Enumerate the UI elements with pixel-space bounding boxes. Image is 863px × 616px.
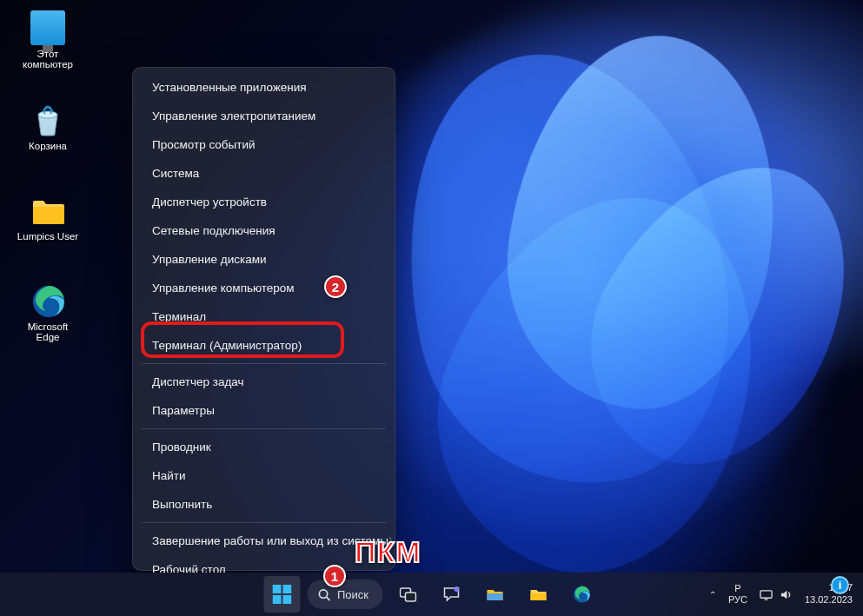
taskbar-edge[interactable] bbox=[563, 576, 600, 613]
network-icon bbox=[760, 588, 773, 601]
desktop-icon-recycle-bin[interactable]: Корзина bbox=[12, 103, 83, 151]
clock-date: 13.02.2023 bbox=[805, 594, 853, 606]
winx-item-network-connections[interactable]: Сетевые подключения bbox=[133, 216, 395, 245]
winx-item-power-options[interactable]: Управление электропитанием bbox=[133, 102, 395, 130]
edge-icon bbox=[572, 585, 591, 604]
desktop-wallpaper bbox=[0, 0, 863, 616]
winx-item-computer-management[interactable]: Управление компьютером bbox=[133, 274, 395, 302]
taskbar-explorer[interactable] bbox=[476, 576, 513, 613]
task-view-button[interactable] bbox=[389, 576, 426, 613]
svg-point-0 bbox=[38, 111, 57, 118]
search-label: Поиск bbox=[337, 588, 368, 601]
desktop-icon-edge[interactable]: Microsoft Edge bbox=[12, 283, 83, 342]
taskbar-chat[interactable] bbox=[433, 576, 469, 613]
recycle-bin-icon bbox=[30, 103, 65, 137]
annotation-highlight-box bbox=[141, 321, 344, 358]
volume-icon bbox=[780, 588, 793, 601]
annotation-callout-2: 2 bbox=[324, 275, 347, 298]
annotation-rmb-label: ПКМ bbox=[355, 535, 422, 569]
svg-rect-13 bbox=[760, 590, 772, 597]
menu-label: Выполнить bbox=[152, 498, 212, 511]
chat-icon bbox=[442, 586, 460, 603]
menu-separator bbox=[142, 363, 386, 364]
winx-item-disk-management[interactable]: Управление дисками bbox=[133, 245, 395, 274]
taskbar-pinned-folder[interactable] bbox=[520, 576, 556, 613]
svg-point-10 bbox=[454, 586, 459, 592]
winx-item-device-manager[interactable]: Диспетчер устройств bbox=[133, 188, 395, 216]
winx-item-event-viewer[interactable]: Просмотр событий bbox=[133, 130, 395, 159]
svg-rect-5 bbox=[282, 595, 291, 604]
menu-label: Завершение работы или выход из системы bbox=[152, 534, 388, 547]
svg-rect-3 bbox=[282, 585, 291, 593]
lang-line: Р bbox=[728, 583, 747, 594]
svg-point-6 bbox=[319, 589, 327, 597]
tray-overflow-button[interactable]: ⌃ bbox=[709, 590, 716, 599]
menu-separator bbox=[142, 428, 386, 429]
menu-label: Просмотр событий bbox=[152, 138, 256, 151]
language-indicator[interactable]: Р РУС bbox=[728, 583, 747, 606]
desktop-icon-this-pc[interactable]: Этот компьютер bbox=[12, 10, 83, 70]
winx-item-system[interactable]: Система bbox=[133, 159, 395, 188]
winx-item-task-manager[interactable]: Диспетчер задач bbox=[133, 368, 395, 396]
start-button[interactable] bbox=[263, 576, 300, 613]
menu-label: Проводник bbox=[152, 440, 211, 454]
folder-icon bbox=[30, 193, 65, 228]
taskbar-center: Поиск bbox=[263, 576, 600, 613]
svg-line-7 bbox=[326, 597, 329, 600]
desktop-icon-user-folder[interactable]: Lumpics User bbox=[12, 193, 83, 242]
winx-item-settings[interactable]: Параметры bbox=[133, 396, 395, 425]
svg-rect-11 bbox=[487, 593, 502, 600]
menu-separator bbox=[142, 522, 386, 523]
monitor-icon bbox=[30, 10, 65, 45]
taskbar: Поиск ⌃ Р РУС 16:47 13.02.2023 bbox=[0, 573, 863, 616]
winx-item-file-explorer[interactable]: Проводник bbox=[133, 433, 395, 461]
annotation-info-bubble: i bbox=[831, 576, 849, 594]
menu-label: Управление электропитанием bbox=[152, 109, 315, 123]
svg-rect-9 bbox=[405, 593, 415, 601]
annotation-callout-1: 1 bbox=[323, 565, 346, 587]
svg-rect-4 bbox=[272, 595, 281, 604]
winx-item-run[interactable]: Выполнить bbox=[133, 490, 395, 519]
taskbar-search[interactable]: Поиск bbox=[307, 580, 382, 609]
menu-label: Управление дисками bbox=[152, 253, 267, 266]
edge-icon bbox=[30, 283, 65, 318]
menu-label: Система bbox=[152, 167, 199, 180]
winx-item-installed-apps[interactable]: Установленные приложения bbox=[133, 73, 395, 102]
windows-logo-icon bbox=[272, 585, 291, 604]
system-tray: ⌃ Р РУС 16:47 13.02.2023 i bbox=[709, 582, 853, 606]
menu-label: Установленные приложения bbox=[152, 81, 307, 94]
winx-item-search[interactable]: Найти bbox=[133, 461, 395, 490]
icon-label: Корзина bbox=[12, 141, 83, 151]
icon-label: Lumpics User bbox=[12, 231, 83, 242]
winx-context-menu: Установленные приложения Управление элек… bbox=[132, 67, 395, 571]
menu-label: Диспетчер задач bbox=[152, 375, 244, 388]
menu-label: Найти bbox=[152, 469, 186, 482]
icon-label: Microsoft Edge bbox=[12, 321, 83, 342]
lang-line: РУС bbox=[728, 594, 747, 606]
menu-label: Управление компьютером bbox=[152, 282, 295, 295]
file-explorer-icon bbox=[485, 585, 504, 604]
search-icon bbox=[317, 588, 330, 601]
svg-rect-2 bbox=[272, 585, 281, 593]
menu-label: Диспетчер устройств bbox=[152, 195, 267, 209]
task-view-icon bbox=[399, 586, 416, 603]
menu-label: Сетевые подключения bbox=[152, 224, 275, 237]
tray-status-icons[interactable] bbox=[760, 588, 793, 601]
menu-label: Параметры bbox=[152, 404, 215, 417]
folder-icon bbox=[528, 585, 548, 604]
